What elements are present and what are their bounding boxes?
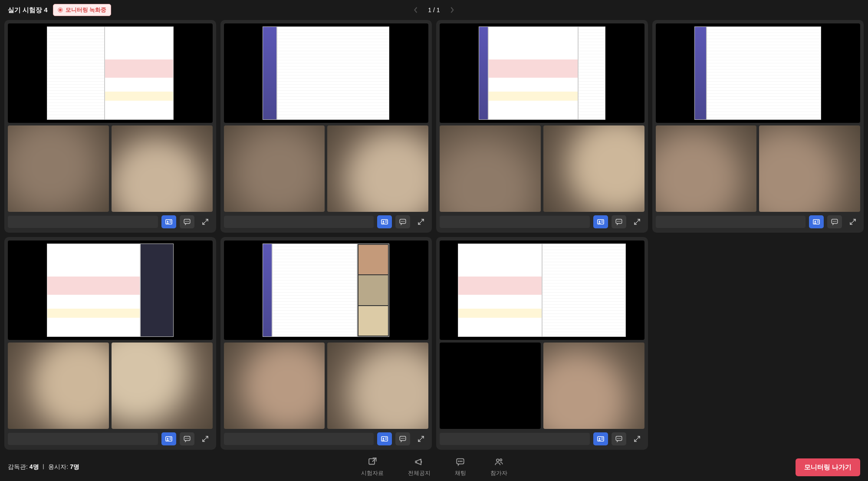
status-divider: ㅣ <box>40 463 46 470</box>
webcam-row <box>440 125 644 212</box>
tool-chat[interactable]: 채팅 <box>455 457 466 477</box>
participant-name-strip <box>224 216 374 228</box>
webcam-feed <box>440 125 541 212</box>
top-bar: 실기 시험장 4 모니터링 녹화중 1 / 1 <box>0 0 868 20</box>
webcam-feed <box>224 343 325 429</box>
webcam-feed <box>656 125 757 212</box>
webcam-feed <box>759 125 860 212</box>
recording-badge: 모니터링 녹화중 <box>53 4 112 16</box>
card-footer <box>656 214 861 229</box>
card-footer <box>440 214 644 229</box>
external-link-icon <box>368 457 377 468</box>
screen-share-feed[interactable] <box>224 240 429 340</box>
expand-button[interactable] <box>198 432 213 445</box>
participant-card <box>4 237 216 450</box>
webcam-row <box>8 125 213 212</box>
supervisor-count: 4명 <box>30 463 39 470</box>
webcam-feed <box>112 343 213 429</box>
page-current: 1 <box>428 7 431 13</box>
chat-button[interactable] <box>395 215 410 228</box>
webcam-row <box>8 343 213 429</box>
bottom-tools: 시험자료 전체공지 채팅 참가자 <box>361 457 507 477</box>
participant-name-strip <box>656 216 806 228</box>
webcam-row <box>440 343 644 429</box>
screen-share-feed[interactable] <box>440 23 644 123</box>
id-card-button[interactable] <box>809 215 824 228</box>
screen-share-feed[interactable] <box>440 240 644 340</box>
participant-card <box>220 237 432 450</box>
expand-button[interactable] <box>630 432 644 445</box>
page-prev-button[interactable] <box>411 6 420 14</box>
card-footer <box>8 214 213 229</box>
card-footer <box>224 214 429 229</box>
webcam-feed <box>8 125 109 212</box>
tool-materials[interactable]: 시험자료 <box>361 457 384 477</box>
participants-grid-wrap <box>0 20 868 453</box>
expand-button[interactable] <box>414 432 428 445</box>
participant-name-strip <box>440 216 590 228</box>
examinee-label: 응시자: <box>48 463 68 470</box>
webcam-feed <box>543 343 644 429</box>
expand-button[interactable] <box>630 215 644 228</box>
participant-name-strip <box>8 433 158 445</box>
chat-button[interactable] <box>612 432 626 445</box>
tool-label: 참가자 <box>490 470 507 477</box>
expand-button[interactable] <box>198 215 213 228</box>
screen-share-feed[interactable] <box>656 23 861 123</box>
tool-label: 전체공지 <box>408 470 431 477</box>
supervisor-label: 감독관: <box>8 463 28 470</box>
card-footer <box>440 432 644 446</box>
participant-card <box>652 20 864 233</box>
participant-name-strip <box>8 216 158 228</box>
webcam-feed <box>8 343 109 429</box>
id-card-button[interactable] <box>593 432 608 445</box>
tool-announce[interactable]: 전체공지 <box>408 457 431 477</box>
chat-button[interactable] <box>395 432 410 445</box>
people-icon <box>494 457 503 468</box>
pager: 1 / 1 <box>411 6 456 14</box>
page-next-button[interactable] <box>448 6 457 14</box>
chat-button[interactable] <box>180 432 194 445</box>
webcam-feed <box>327 125 428 212</box>
id-card-button[interactable] <box>593 215 608 228</box>
webcam-feed <box>224 125 325 212</box>
card-footer <box>8 432 213 446</box>
webcam-feed <box>440 343 541 429</box>
screen-share-feed[interactable] <box>8 240 213 340</box>
id-card-button[interactable] <box>161 432 176 445</box>
id-card-button[interactable] <box>377 432 392 445</box>
webcam-row <box>656 125 861 212</box>
expand-button[interactable] <box>414 215 428 228</box>
tool-label: 채팅 <box>455 470 466 477</box>
page-indicator: 1 / 1 <box>428 7 440 13</box>
bottom-bar: 감독관: 4명 ㅣ 응시자: 7명 시험자료 전체공지 채팅 참가자 모니터링 … <box>0 453 868 481</box>
room-title: 실기 시험장 4 <box>8 6 48 14</box>
webcam-feed <box>327 343 428 429</box>
id-card-button[interactable] <box>161 215 176 228</box>
record-icon <box>58 7 63 13</box>
tool-label: 시험자료 <box>361 470 384 477</box>
participant-card <box>220 20 432 233</box>
recording-label: 모니터링 녹화중 <box>66 6 107 14</box>
screen-share-feed[interactable] <box>8 23 213 123</box>
chat-icon <box>456 457 465 468</box>
screen-share-feed[interactable] <box>224 23 429 123</box>
chat-button[interactable] <box>827 215 842 228</box>
examinee-count: 7명 <box>70 463 79 470</box>
status-text: 감독관: 4명 ㅣ 응시자: 7명 <box>8 463 79 471</box>
id-card-button[interactable] <box>377 215 392 228</box>
tool-participants[interactable]: 참가자 <box>490 457 507 477</box>
participant-card <box>436 237 648 450</box>
participant-name-strip <box>224 433 374 445</box>
webcam-feed <box>543 125 644 212</box>
page-total: 1 <box>437 7 440 13</box>
webcam-row <box>224 125 429 212</box>
participant-name-strip <box>440 433 590 445</box>
exit-monitoring-button[interactable]: 모니터링 나가기 <box>796 458 860 476</box>
expand-button[interactable] <box>845 215 860 228</box>
chat-button[interactable] <box>180 215 194 228</box>
chat-button[interactable] <box>612 215 626 228</box>
participant-card <box>436 20 648 233</box>
megaphone-icon <box>414 457 424 468</box>
webcam-row <box>224 343 429 429</box>
